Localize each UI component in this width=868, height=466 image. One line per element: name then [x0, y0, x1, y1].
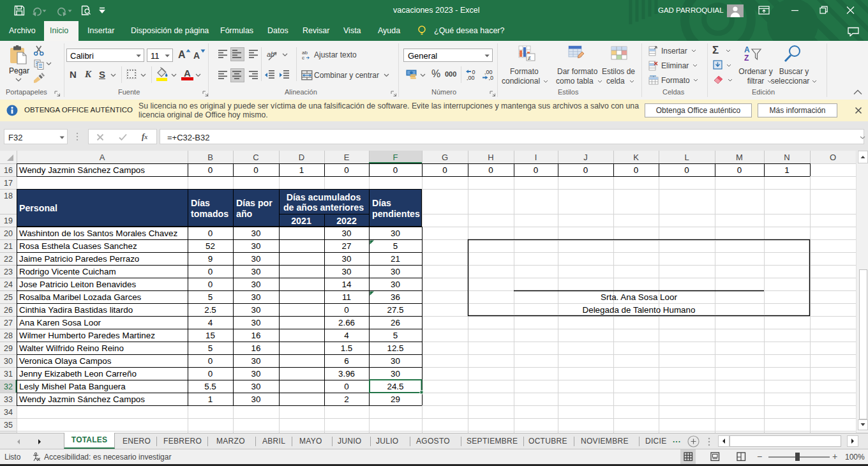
svg-text:Wendy Jazmin Sánchez Campos: Wendy Jazmin Sánchez Campos [19, 395, 145, 404]
svg-text:de años anteriores: de años anteriores [283, 202, 364, 213]
svg-text:,00: ,00 [467, 75, 475, 80]
svg-text:0: 0 [344, 165, 348, 175]
svg-text:30: 30 [251, 254, 261, 264]
svg-text:29: 29 [4, 344, 13, 353]
svg-text:18: 18 [4, 192, 13, 200]
svg-text:Wilmer Humberto Paredes Martin: Wilmer Humberto Paredes Martinez [19, 331, 155, 340]
svg-text:30: 30 [391, 356, 400, 366]
svg-text:Jenny Ekizabeth Leon Carreño: Jenny Ekizabeth Leon Carreño [19, 369, 137, 379]
svg-text:J: J [583, 153, 588, 162]
svg-text:0: 0 [208, 165, 213, 175]
svg-text:16: 16 [4, 166, 13, 175]
svg-text:31: 31 [4, 370, 13, 379]
svg-text:24: 24 [4, 280, 13, 289]
svg-text:29: 29 [391, 395, 400, 404]
svg-text:28: 28 [4, 331, 13, 340]
svg-text:5: 5 [208, 343, 213, 353]
svg-text:Ana Karen Sosa Loor: Ana Karen Sosa Loor [19, 318, 101, 327]
svg-text:M: M [736, 153, 743, 162]
svg-text:23: 23 [4, 267, 13, 276]
svg-text:5: 5 [393, 241, 398, 251]
svg-text:3.96: 3.96 [338, 369, 355, 379]
svg-text:30: 30 [342, 229, 352, 238]
svg-text:Wendy Jazmin Sánchez Campos: Wendy Jazmin Sánchez Campos [19, 165, 145, 175]
svg-text:Walter Wilfrido Reino Reino: Walter Wilfrido Reino Reino [19, 343, 124, 353]
svg-text:Veronica Olaya Campos: Veronica Olaya Campos [19, 356, 112, 366]
svg-text:26: 26 [4, 306, 13, 315]
svg-text:L: L [684, 153, 689, 162]
svg-text:1.5: 1.5 [341, 343, 353, 353]
svg-text:30: 30 [342, 267, 352, 276]
svg-text:c: c [302, 55, 304, 60]
svg-text:5.5: 5.5 [204, 382, 216, 391]
svg-text:21: 21 [4, 242, 13, 251]
svg-text:30: 30 [342, 254, 352, 264]
svg-text:G: G [442, 153, 448, 162]
svg-text:A: A [100, 153, 105, 162]
svg-text:F: F [393, 153, 398, 162]
svg-text:35: 35 [4, 421, 13, 430]
svg-text:0: 0 [344, 305, 348, 315]
svg-text:0: 0 [534, 165, 538, 175]
svg-text:30: 30 [251, 369, 261, 379]
svg-text:1: 1 [208, 395, 213, 404]
svg-text:H: H [488, 153, 493, 162]
svg-text:30: 30 [391, 229, 400, 238]
svg-text:0: 0 [583, 165, 588, 175]
svg-text:O: O [830, 153, 836, 162]
svg-text:año: año [236, 209, 253, 219]
svg-text:12.5: 12.5 [387, 343, 403, 353]
svg-text:2021: 2021 [291, 216, 311, 226]
svg-text:Días acumulados: Días acumulados [287, 192, 361, 202]
svg-text:,0: ,0 [489, 75, 494, 80]
svg-text:0: 0 [634, 165, 638, 175]
svg-text:Rodrigo Vicente Cuicham: Rodrigo Vicente Cuicham [19, 267, 116, 276]
svg-text:0: 0 [442, 165, 447, 175]
svg-text:30: 30 [251, 280, 261, 289]
svg-text:4: 4 [344, 331, 349, 340]
svg-text:1: 1 [784, 165, 789, 175]
svg-text:30: 30 [251, 229, 261, 238]
svg-text:0: 0 [208, 369, 213, 379]
svg-text:2.66: 2.66 [338, 318, 355, 327]
svg-text:Personal: Personal [19, 203, 57, 213]
svg-text:0: 0 [737, 165, 742, 175]
svg-text:16: 16 [251, 331, 261, 340]
svg-text:Washinton de los Santos Morale: Washinton de los Santos Morales Chavez [19, 229, 177, 238]
svg-text:Cinthia Yadira Bastidas litard: Cinthia Yadira Bastidas litardo [19, 305, 133, 315]
svg-text:20: 20 [4, 229, 13, 238]
svg-text:Z: Z [744, 54, 749, 63]
svg-text:I: I [535, 153, 537, 162]
svg-text:0: 0 [208, 356, 213, 366]
svg-text:2: 2 [344, 395, 348, 404]
svg-text:15: 15 [206, 331, 215, 340]
svg-text:30: 30 [251, 267, 261, 276]
svg-text:14: 14 [342, 280, 352, 289]
svg-text:9: 9 [208, 254, 213, 264]
svg-text:34: 34 [4, 408, 13, 417]
svg-text:27: 27 [342, 241, 352, 251]
svg-text:Rosalba Maribel Lozada Garces: Rosalba Maribel Lozada Garces [19, 292, 142, 302]
svg-text:C: C [253, 153, 258, 162]
svg-text:D: D [299, 153, 304, 162]
svg-text:Días: Días [191, 198, 210, 208]
svg-text:Jaime Patricio Paredes Perrazo: Jaime Patricio Paredes Perrazo [19, 254, 139, 264]
svg-text:19: 19 [4, 216, 13, 225]
svg-text:5: 5 [208, 292, 213, 302]
svg-text:Días: Días [372, 198, 391, 208]
svg-text:N: N [784, 153, 789, 162]
svg-text:K: K [633, 153, 639, 162]
svg-text:Jose Patricio Leiton Benavides: Jose Patricio Leiton Benavides [19, 280, 136, 289]
svg-text:33: 33 [4, 395, 13, 404]
svg-text:Rosa Esthela Cuases Sanchez: Rosa Esthela Cuases Sanchez [19, 241, 137, 251]
svg-text:30: 30 [251, 395, 261, 404]
svg-text:52: 52 [206, 241, 215, 251]
svg-text:30: 30 [251, 356, 261, 366]
svg-text:27: 27 [4, 319, 13, 327]
svg-text:30: 30 [4, 357, 13, 366]
svg-text:16: 16 [251, 343, 261, 353]
svg-text:5: 5 [393, 331, 398, 340]
svg-text:25: 25 [4, 293, 13, 302]
svg-text:Delegada de Talento Humano: Delegada de Talento Humano [583, 305, 696, 315]
svg-text:30: 30 [251, 382, 261, 391]
